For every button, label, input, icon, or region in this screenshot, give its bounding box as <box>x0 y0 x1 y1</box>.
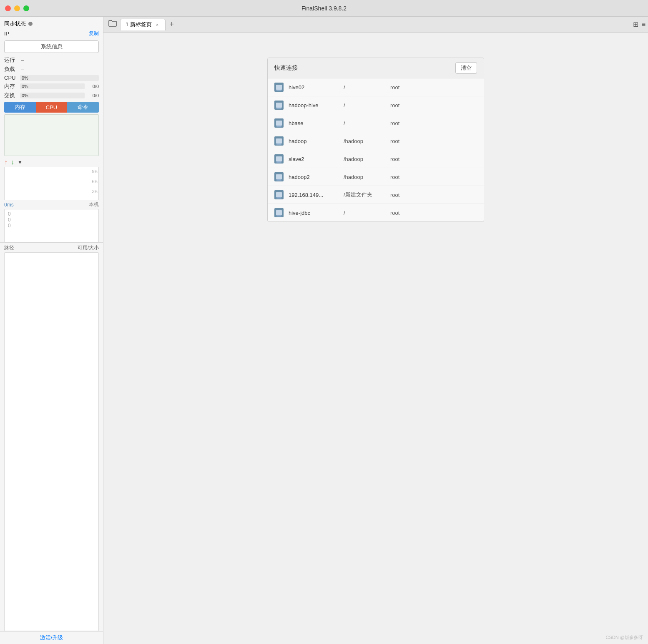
maximize-button[interactable] <box>23 5 29 11</box>
close-button[interactable] <box>5 5 11 11</box>
load-value: – <box>21 66 24 73</box>
net-val-9b: 9B <box>92 169 98 174</box>
qc-item-name: hive02 <box>289 84 339 91</box>
cpu-label: CPU <box>4 75 18 81</box>
folder-icon <box>108 20 117 29</box>
sys-info-button[interactable]: 系统信息 <box>4 40 99 53</box>
qc-item-icon-inner <box>276 210 282 215</box>
run-label: 运行 <box>4 56 19 64</box>
qc-item-user: root <box>390 192 399 198</box>
ip-label: IP <box>4 30 19 37</box>
qc-item-name: hadoop2 <box>289 174 339 180</box>
monitor-chart <box>4 114 99 156</box>
run-value: – <box>21 57 24 63</box>
grid-view-button[interactable]: ⊞ <box>633 20 638 28</box>
sidebar: 同步状态 IP – 复制 系统信息 运行 – 负载 – CPU 0% <box>0 17 103 644</box>
activate-button[interactable]: 激活/升级 <box>40 634 63 641</box>
disk-list <box>4 252 99 631</box>
net-dropdown-icon[interactable]: ▼ <box>18 159 23 165</box>
qc-item[interactable]: hadoop /hadoop root <box>268 132 484 150</box>
qc-item[interactable]: 192.168.149... /新建文件夹 root <box>268 186 484 204</box>
tab-new-page[interactable]: 1 新标签页 × <box>120 19 166 30</box>
tab-right-icons: ⊞ ≡ <box>633 20 645 28</box>
qc-item-user: root <box>390 138 399 144</box>
tab-close-button[interactable]: × <box>154 22 160 28</box>
qc-item-path: / <box>344 84 385 91</box>
swap-size: 0/0 <box>87 93 99 98</box>
tab-cpu[interactable]: CPU <box>36 102 68 113</box>
window-title: FinalShell 3.9.8.2 <box>301 5 347 12</box>
qc-item-path: / <box>344 102 385 108</box>
window-controls <box>5 5 29 11</box>
qc-list: hive02 / root hadoop-hive / root hbase /… <box>268 78 484 221</box>
tab-memory[interactable]: 内存 <box>4 102 36 113</box>
load-row: 负载 – <box>0 65 103 74</box>
qc-item-icon <box>274 101 284 110</box>
mem-row: 内存 0% 0/0 <box>0 82 103 91</box>
qc-item[interactable]: hadoop-hive / root <box>268 96 484 114</box>
local-label: 本机 <box>89 201 99 208</box>
qc-item-path: /hadoop <box>344 156 385 162</box>
qc-item-icon <box>274 83 284 92</box>
swap-row: 交换 0% 0/0 <box>0 91 103 100</box>
qc-item[interactable]: hbase / root <box>268 114 484 132</box>
sync-dot <box>28 22 33 26</box>
sync-label: 同步状态 <box>4 20 26 28</box>
qc-item-icon-inner <box>276 192 282 197</box>
net-val-6b: 6B <box>92 179 98 184</box>
qc-item-user: root <box>390 102 399 108</box>
qc-item-name: hadoop-hive <box>289 102 339 108</box>
qc-header: 快速连接 清空 <box>268 58 484 78</box>
latency-row: 0ms 本机 <box>0 200 103 209</box>
mem-bar: 0% <box>20 83 85 89</box>
swap-bar: 0% <box>20 93 85 98</box>
disk-header: 路径 可用/大小 <box>0 242 103 252</box>
minimize-button[interactable] <box>14 5 20 11</box>
qc-item-name: hadoop <box>289 138 339 144</box>
qc-item-icon <box>274 118 284 128</box>
qc-clear-button[interactable]: 清空 <box>455 62 477 74</box>
qc-item-user: root <box>390 84 399 91</box>
latency-chart: 0 0 0 <box>4 209 99 242</box>
net-val-3b: 3B <box>92 189 98 194</box>
tab-bar: 1 新标签页 × + ⊞ ≡ <box>103 17 648 33</box>
upload-icon: ↑ <box>4 158 8 166</box>
cpu-bar: 0% <box>20 75 99 81</box>
swap-bar-text: 0% <box>22 93 28 98</box>
mem-size: 0/0 <box>87 84 99 89</box>
titlebar: FinalShell 3.9.8.2 <box>0 0 648 17</box>
folder-button[interactable] <box>106 19 119 30</box>
tab-command[interactable]: 命令 <box>67 102 99 113</box>
qc-item-name: hive-jdbc <box>289 210 339 216</box>
qc-item-path: /新建文件夹 <box>344 191 385 199</box>
qc-item[interactable]: hadoop2 /hadoop root <box>268 168 484 186</box>
disk-avail-label: 可用/大小 <box>78 244 99 252</box>
qc-item-icon-inner <box>276 138 282 143</box>
latency-val-2: 0 <box>8 217 95 223</box>
net-header: ↑ ↓ ▼ <box>0 158 103 167</box>
quick-connect-panel: 快速连接 清空 hive02 / root hadoop-hive / root <box>103 33 648 644</box>
qc-item-icon <box>274 190 284 199</box>
qc-item-name: hbase <box>289 120 339 126</box>
swap-label: 交换 <box>4 92 18 99</box>
qc-item-icon-inner <box>276 174 282 179</box>
copy-button[interactable]: 复制 <box>89 30 99 37</box>
qc-title: 快速连接 <box>274 64 298 72</box>
cpu-bar-text: 0% <box>22 75 28 81</box>
qc-item[interactable]: hive-jdbc / root <box>268 204 484 221</box>
qc-item-path: /hadoop <box>344 138 385 144</box>
qc-item-icon <box>274 154 284 164</box>
grid-icon: ⊞ <box>633 21 638 28</box>
qc-item-name: slave2 <box>289 156 339 162</box>
qc-item-icon-inner <box>276 121 282 126</box>
ip-value: – <box>21 30 24 37</box>
menu-button[interactable]: ≡ <box>642 21 645 28</box>
qc-item[interactable]: slave2 /hadoop root <box>268 150 484 168</box>
sync-status-row: 同步状态 <box>0 17 103 29</box>
tab-label: 1 新标签页 <box>126 21 152 28</box>
mem-bar-text: 0% <box>22 83 28 89</box>
tab-add-button[interactable]: + <box>166 19 177 30</box>
qc-item[interactable]: hive02 / root <box>268 78 484 96</box>
qc-item-icon <box>274 172 284 181</box>
download-icon: ↓ <box>11 158 14 166</box>
